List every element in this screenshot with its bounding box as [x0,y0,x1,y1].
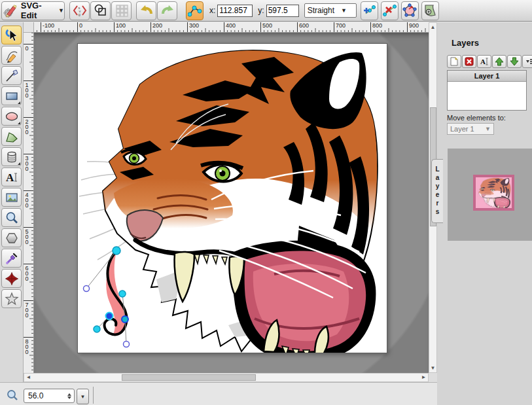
ruler-label: 600 [24,264,29,301]
x-coordinate-input[interactable] [217,5,253,17]
workspace[interactable] [34,33,429,373]
spinner-down-icon[interactable] [67,396,71,399]
horizontal-ruler: -10001002003004005006007008009001000 [34,22,429,33]
layer-list[interactable]: Layer 1 [447,70,527,111]
zoom-magnifier-icon [7,389,18,401]
y-coordinate-input[interactable] [266,5,299,17]
wireframe-button[interactable] [90,1,111,20]
chevron-down-icon: ▼ [58,7,64,14]
layer-menu-button[interactable] [522,55,532,68]
add-node-button[interactable] [361,1,378,20]
grid-button[interactable] [111,1,132,20]
tool-text[interactable]: A [1,167,22,186]
zoom-preset-dropdown[interactable]: ▼ [77,389,89,404]
tool-pencil[interactable] [1,46,22,65]
rectangle-icon [5,89,19,103]
grid-icon [115,3,129,18]
menu-list-icon [525,57,532,66]
layer-thumbnail[interactable] [473,175,514,211]
tool-select[interactable] [1,26,22,44]
tool-zoom[interactable] [1,208,22,227]
delete-layer-button[interactable] [462,55,476,68]
flyout-marker-icon [18,119,20,124]
ruler-label: 500 [261,22,298,29]
move-target-value: Layer 1 [450,125,474,133]
segment-type-value: Straight [308,6,334,15]
horizontal-scrollbar[interactable]: ◄ ► [24,373,429,382]
scroll-left-arrow[interactable]: ◄ [25,374,32,381]
tool-shape-ornament[interactable] [1,269,22,288]
move-layer-up-button[interactable] [492,55,506,68]
path-node-selected[interactable] [106,313,113,320]
tool-eyedropper[interactable] [1,249,22,268]
svg-text:A: A [6,171,14,184]
move-elements-label: Move elements to: [447,114,506,122]
undo-button[interactable] [136,1,156,20]
select-arrow-icon [5,28,19,43]
path-node[interactable] [94,326,100,332]
layers-panel-title: Layers [452,38,479,48]
image-icon [5,190,19,205]
segment-type-select[interactable]: Straight ▼ [304,3,357,18]
control-handle[interactable] [124,342,130,347]
new-layer-button[interactable] [447,55,461,68]
tool-ellipse[interactable] [1,107,22,126]
tool-path[interactable] [1,127,22,146]
ruler-label: -100 [41,22,78,29]
ruler-corner [24,22,34,33]
tool-image[interactable] [1,188,22,207]
control-handle[interactable] [84,286,90,292]
scroll-down-arrow[interactable]: ▼ [429,364,436,372]
link-control-points-button[interactable] [186,1,204,20]
bottom-bar: 56.0 ▼ [0,382,437,405]
ruler-label: 400 [24,191,29,228]
tool-line[interactable] [1,66,22,85]
move-target-select[interactable]: Layer 1 ▼ [447,123,494,135]
undo-arrow-icon [139,3,154,18]
magnifier-icon [5,211,19,225]
spinner-up-icon[interactable] [67,393,71,396]
ruler-label: 200 [151,22,188,29]
layers-side-tab[interactable]: Layers [431,159,443,223]
x-coordinate-label: x: [209,6,215,15]
star-icon [5,292,19,306]
tool-rectangle[interactable] [1,86,22,105]
svg-text:A: A [480,58,486,65]
zoom-spinner[interactable] [67,393,74,399]
layer-row-selected[interactable]: Layer 1 [448,71,526,82]
top-toolbar: SVG-Edit ▼ s v g [0,0,532,22]
layers-panel: Layers A [437,22,532,405]
path-node[interactable] [119,291,126,297]
ruler-label: 0 [24,44,29,81]
main-menu-label: SVG-Edit [21,1,56,20]
delete-node-button[interactable] [381,1,399,20]
vertical-ruler: 0100200300400500600700800 [24,33,34,373]
y-coordinate-label: y: [258,6,264,15]
ruler-label: 200 [24,118,29,154]
ruler-label: 700 [334,22,371,29]
tool-shape-library[interactable] [1,147,22,166]
path-node[interactable] [113,247,120,255]
path-node-selected[interactable] [122,316,128,323]
add-node-icon [362,3,376,18]
tool-polygon[interactable] [1,228,22,247]
scroll-right-arrow[interactable]: ► [420,374,427,381]
source-editor-button[interactable]: s v g [69,1,90,20]
green-up-arrow-icon [495,57,504,66]
redo-button[interactable] [157,1,177,20]
svg-text:g: g [78,12,80,16]
zoom-level-input[interactable]: 56.0 [24,389,75,403]
scroll-up-arrow[interactable]: ▲ [429,24,436,31]
chevron-down-icon: ▼ [485,126,491,132]
svg-canvas[interactable] [77,43,387,353]
main-menu-button[interactable]: SVG-Edit ▼ [1,1,65,20]
tool-star[interactable] [1,289,22,308]
ruler-label: 0 [78,22,115,29]
horizontal-scroll-thumb[interactable] [122,374,256,381]
ruler-label: 800 [24,338,29,373]
rename-layer-button[interactable]: A [477,55,491,68]
open-path-button[interactable] [401,1,419,20]
ruler-label: 100 [24,81,29,118]
move-layer-down-button[interactable] [507,55,522,68]
shape-zoom-button[interactable] [421,1,439,20]
